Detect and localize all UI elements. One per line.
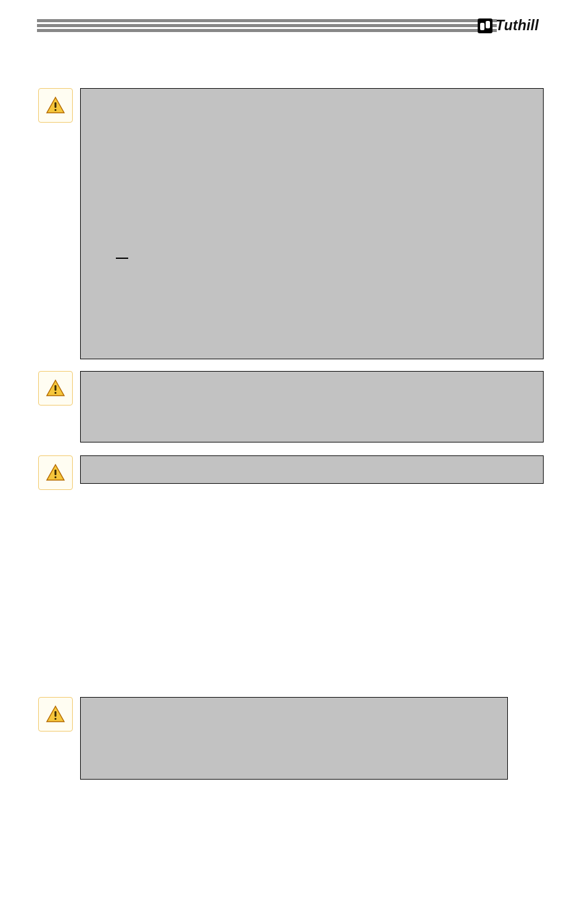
- warning-box: [80, 455, 544, 484]
- tuthill-logo-icon: [478, 18, 492, 33]
- warning-icon-holder: [37, 455, 74, 490]
- header-bar: [37, 24, 497, 27]
- warning-row: [37, 88, 544, 359]
- brand-name: Tuthill: [496, 17, 539, 34]
- header-rule: [37, 19, 497, 32]
- header-bar: [37, 19, 497, 22]
- dash-marker: [116, 258, 128, 259]
- warning-triangle-icon: [38, 371, 73, 406]
- warning-box: [80, 697, 508, 780]
- warning-icon-holder: [37, 697, 74, 780]
- warning-row: [37, 371, 544, 442]
- warning-row: [37, 455, 544, 490]
- svg-rect-1: [55, 102, 57, 108]
- svg-rect-5: [55, 392, 57, 394]
- warning-box: [80, 88, 544, 359]
- warning-icon-holder: [37, 88, 74, 359]
- svg-rect-7: [55, 470, 57, 475]
- svg-rect-10: [55, 711, 57, 717]
- brand: Tuthill: [478, 17, 539, 34]
- header-bar: [37, 29, 497, 32]
- warning-triangle-icon: [38, 455, 73, 490]
- warning-icon-holder: [37, 371, 74, 442]
- warning-triangle-icon: [38, 697, 73, 732]
- svg-rect-4: [55, 385, 57, 391]
- warning-box: [80, 371, 544, 442]
- svg-rect-8: [55, 476, 57, 478]
- svg-rect-2: [55, 109, 57, 111]
- svg-rect-11: [55, 718, 57, 720]
- warning-row: [37, 697, 544, 780]
- warning-triangle-icon: [38, 88, 73, 123]
